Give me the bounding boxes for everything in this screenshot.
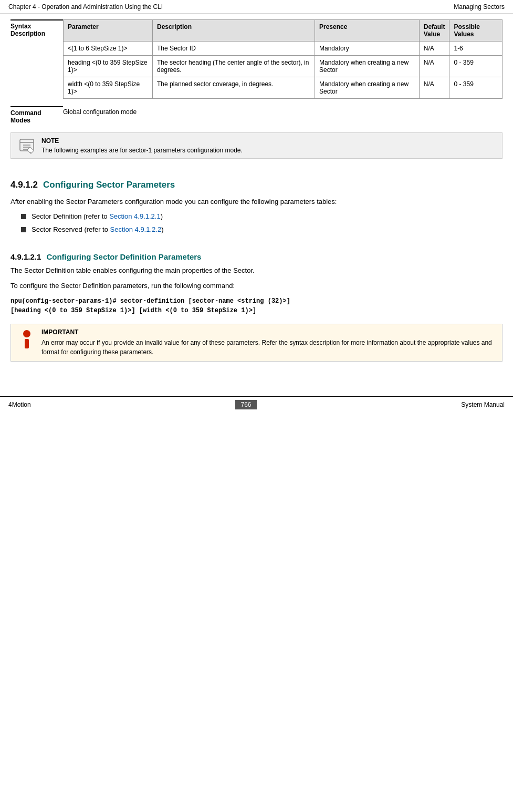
section-4912-heading-row: 4.9.1.2 Configuring Sector Parameters [11, 169, 502, 193]
section-4912-bullet-list: Sector Definition (refer to Section 4.9.… [21, 212, 502, 233]
command-line: npu(config-sector-params-1)# sector-defi… [11, 296, 502, 315]
table-row: heading <(0 to 359 StepSize 1)> The sect… [64, 56, 502, 77]
section-4912-title: Configuring Sector Parameters [43, 180, 175, 190]
important-box: IMPORTANT An error may occur if you prov… [11, 324, 502, 362]
section-49121-body1: The Sector Definition table enables conf… [11, 265, 502, 276]
footer-page-number: 766 [235, 400, 256, 409]
cell-possible-0: 1-6 [449, 42, 502, 56]
bullet-square-1 [21, 227, 26, 232]
note-box: NOTE The following examples are for sect… [11, 132, 502, 159]
list-item: Sector Reserved (refer to Section 4.9.1.… [21, 225, 502, 233]
bullet-text-0: Sector Definition (refer to Section 4.9.… [32, 212, 163, 220]
section-link-49122[interactable]: Section 4.9.1.2.2 [110, 225, 162, 233]
section-49121-heading-row: 4.9.1.2.1 Configuring Sector Definition … [11, 243, 502, 263]
cell-param-0: <(1 to 6 StepSize 1)> [64, 42, 153, 56]
cell-param-1: heading <(0 to 359 StepSize 1)> [64, 56, 153, 77]
col-default-value: DefaultValue [419, 20, 449, 42]
cell-default-2: N/A [419, 77, 449, 99]
bullet-square-0 [21, 214, 26, 219]
col-description: Description [152, 20, 315, 42]
section-link-49121[interactable]: Section 4.9.1.2.1 [109, 212, 161, 220]
cell-param-2: width <(0 to 359 StepSize 1)> [64, 77, 153, 99]
section-49121-number: 4.9.1.2.1 [11, 252, 41, 261]
command-modes-label: CommandModes [11, 106, 63, 124]
section-49121-body2: To configure the Sector Definition param… [11, 281, 502, 291]
cell-default-1: N/A [419, 56, 449, 77]
section-49121-title: Configuring Sector Definition Parameters [46, 252, 201, 261]
col-parameter: Parameter [64, 20, 153, 42]
command-prefix: npu(config-sector-params-1)# sector-defi… [11, 297, 184, 305]
header-right: Managing Sectors [454, 3, 505, 11]
cell-default-0: N/A [419, 42, 449, 56]
important-text: An error may occur if you provide an inv… [41, 338, 496, 357]
footer-right: System Manual [461, 401, 505, 408]
cell-desc-0: The Sector ID [152, 42, 315, 56]
important-content: IMPORTANT An error may occur if you prov… [41, 328, 496, 357]
command-modes-value: Global configuration mode [63, 106, 137, 116]
important-svg-icon [19, 330, 34, 350]
note-svg-icon [19, 138, 35, 154]
cell-possible-2: 0 - 359 [449, 77, 502, 99]
table-header-row: Parameter Description Presence DefaultVa… [64, 20, 502, 42]
col-possible-values: Possible Values [449, 20, 502, 42]
note-icon [17, 137, 36, 154]
syntax-description-label: SyntaxDescription [11, 19, 63, 37]
cell-desc-2: The planned sector coverage, in degrees. [152, 77, 315, 99]
cell-possible-1: 0 - 359 [449, 56, 502, 77]
header-left: Chapter 4 - Operation and Administration… [8, 3, 163, 11]
svg-point-7 [23, 330, 30, 337]
syntax-description-section: SyntaxDescription Parameter Description … [11, 19, 502, 99]
col-presence: Presence [315, 20, 419, 42]
svg-rect-8 [25, 339, 29, 348]
note-title: NOTE [41, 137, 496, 145]
page-header: Chapter 4 - Operation and Administration… [0, 0, 513, 14]
cell-presence-2: Mandatory when creating a new Sector [315, 77, 419, 99]
main-content: SyntaxDescription Parameter Description … [0, 14, 513, 381]
syntax-table: Parameter Description Presence DefaultVa… [63, 19, 502, 99]
note-text: The following examples are for sector-1 … [41, 147, 496, 154]
table-row: <(1 to 6 StepSize 1)> The Sector ID Mand… [64, 42, 502, 56]
cell-presence-0: Mandatory [315, 42, 419, 56]
table-row: width <(0 to 359 StepSize 1)> The planne… [64, 77, 502, 99]
note-content: NOTE The following examples are for sect… [41, 137, 496, 154]
important-icon [17, 328, 36, 350]
important-title: IMPORTANT [41, 328, 496, 336]
footer-left: 4Motion [8, 401, 31, 408]
bullet-text-1: Sector Reserved (refer to Section 4.9.1.… [32, 225, 163, 233]
page-footer: 4Motion 766 System Manual [0, 396, 513, 413]
cell-desc-1: The sector heading (The center angle of … [152, 56, 315, 77]
section-4912-body1: After enabling the Sector Parameters con… [11, 197, 502, 207]
cell-presence-1: Mandatory when creating a new Sector [315, 56, 419, 77]
command-modes-section: CommandModes Global configuration mode [11, 106, 502, 124]
list-item: Sector Definition (refer to Section 4.9.… [21, 212, 502, 220]
section-4912-number: 4.9.1.2 [11, 180, 38, 190]
